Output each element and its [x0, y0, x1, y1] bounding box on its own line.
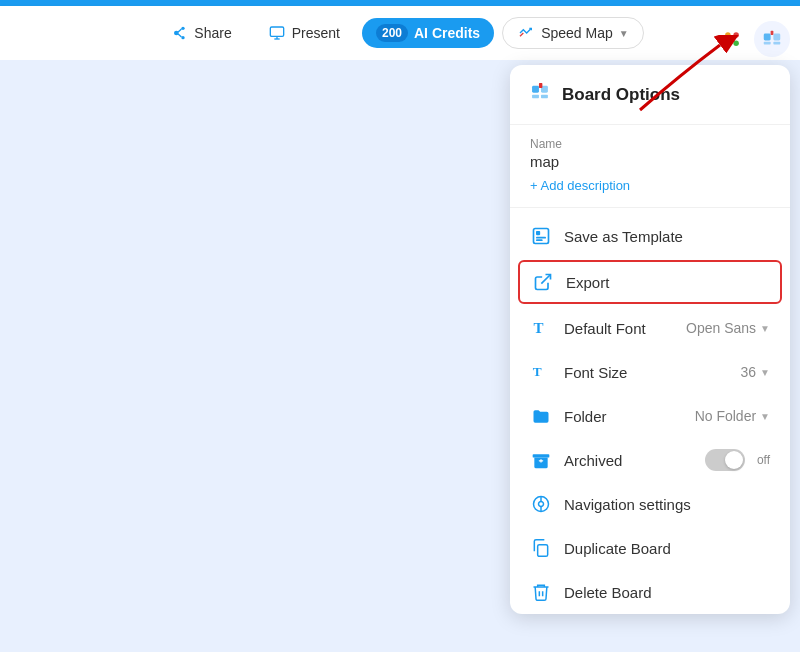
svg-rect-6 — [270, 27, 283, 36]
delete-board-icon — [530, 581, 552, 603]
svg-rect-21 — [532, 95, 539, 98]
svg-rect-17 — [771, 31, 774, 35]
navigation-settings-icon — [530, 493, 552, 515]
navigation-settings-item[interactable]: Navigation settings — [510, 482, 790, 526]
default-font-icon: T — [530, 317, 552, 339]
speed-map-label: Speed Map — [541, 25, 613, 41]
svg-line-3 — [178, 29, 182, 32]
board-options-panel: Board Options Name map + Add description… — [510, 65, 790, 614]
font-size-label: Font Size — [564, 364, 729, 381]
folder-item[interactable]: Folder No Folder ▼ — [510, 394, 790, 438]
svg-rect-25 — [536, 231, 540, 235]
svg-text:T: T — [533, 364, 542, 379]
svg-rect-16 — [773, 42, 780, 45]
folder-icon — [530, 405, 552, 427]
archived-icon — [530, 449, 552, 471]
svg-rect-26 — [536, 237, 546, 239]
add-description-link[interactable]: + Add description — [530, 174, 770, 197]
share-label: Share — [194, 25, 231, 41]
navigation-settings-label: Navigation settings — [564, 496, 770, 513]
archived-label: Archived — [564, 452, 693, 469]
svg-rect-24 — [534, 229, 549, 244]
present-button[interactable]: Present — [254, 18, 354, 48]
svg-rect-31 — [533, 454, 550, 457]
panel-header-icon — [530, 81, 552, 108]
share-button[interactable]: Share — [156, 18, 245, 48]
archived-toggle[interactable]: off — [705, 449, 770, 471]
default-font-item[interactable]: T Default Font Open Sans ▼ — [510, 306, 790, 350]
ai-credits-label: AI Credits — [414, 25, 480, 41]
name-section: Name map + Add description — [510, 125, 790, 201]
toggle-state-label: off — [757, 453, 770, 467]
svg-line-4 — [178, 34, 182, 37]
font-size-value[interactable]: 36 ▼ — [741, 364, 770, 380]
svg-rect-36 — [538, 545, 548, 557]
default-font-value[interactable]: Open Sans ▼ — [686, 320, 770, 336]
share-icon — [170, 24, 188, 42]
svg-rect-14 — [773, 34, 780, 41]
name-label: Name — [530, 137, 770, 151]
svg-rect-23 — [539, 83, 542, 88]
archived-item[interactable]: Archived off — [510, 438, 790, 482]
duplicate-board-item[interactable]: Duplicate Board — [510, 526, 790, 570]
save-template-label: Save as Template — [564, 228, 770, 245]
ai-credits-button[interactable]: 200 AI Credits — [362, 18, 494, 48]
export-icon — [532, 271, 554, 293]
archived-toggle-switch[interactable] — [705, 449, 745, 471]
board-options-icon-button[interactable] — [754, 21, 790, 57]
export-item[interactable]: Export — [518, 260, 782, 304]
duplicate-board-label: Duplicate Board — [564, 540, 770, 557]
svg-rect-15 — [764, 42, 771, 45]
present-label: Present — [292, 25, 340, 41]
toggle-knob — [725, 451, 743, 469]
save-as-template-item[interactable]: Save as Template — [510, 214, 790, 258]
svg-text:T: T — [534, 320, 544, 336]
folder-label: Folder — [564, 408, 683, 425]
font-size-icon: T — [530, 361, 552, 383]
speed-map-icon — [517, 24, 535, 42]
font-size-item[interactable]: T Font Size 36 ▼ — [510, 350, 790, 394]
delete-board-label: Delete Board — [564, 584, 770, 601]
ai-credits-count: 200 — [376, 24, 408, 42]
svg-rect-13 — [764, 34, 771, 41]
svg-rect-27 — [536, 239, 543, 241]
duplicate-board-icon — [530, 537, 552, 559]
present-icon — [268, 24, 286, 42]
export-label: Export — [566, 274, 768, 291]
folder-value[interactable]: No Folder ▼ — [695, 408, 770, 424]
red-arrow-annotation — [620, 35, 740, 119]
divider-1 — [510, 207, 790, 208]
svg-rect-19 — [532, 86, 539, 93]
default-font-label: Default Font — [564, 320, 674, 337]
svg-line-28 — [541, 275, 550, 284]
name-value[interactable]: map — [530, 153, 770, 170]
svg-point-33 — [539, 502, 544, 507]
delete-board-item[interactable]: Delete Board — [510, 570, 790, 614]
save-template-icon — [530, 225, 552, 247]
svg-rect-22 — [541, 95, 548, 98]
